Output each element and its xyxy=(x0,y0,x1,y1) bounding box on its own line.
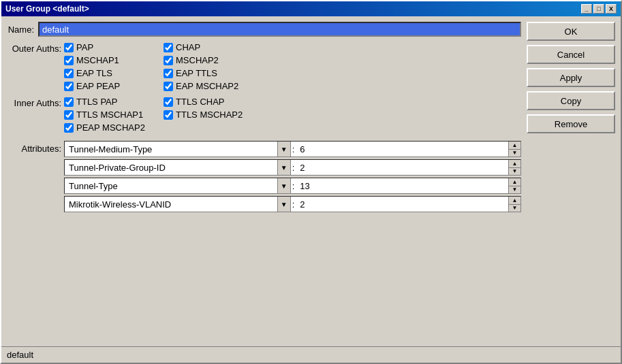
checkbox-peapmschap2-label: PEAP MSCHAP2 xyxy=(76,122,145,133)
checkbox-ttlsmschap1-label: TTLS MSCHAP1 xyxy=(76,110,143,120)
attr-row-3: ▼ : ▲ ▼ xyxy=(64,178,521,194)
checkbox-eapmschap2[interactable]: EAP MSCHAP2 xyxy=(164,81,252,91)
copy-button[interactable]: Copy xyxy=(527,91,615,110)
title-bar: User Group <default> _ □ X xyxy=(1,1,621,16)
checkbox-ttlsmschap1[interactable]: TTLS MSCHAP1 xyxy=(64,110,153,120)
checkbox-chap-label: CHAP xyxy=(176,42,200,52)
attributes-table: ▼ : ▲ ▼ ▼ : ▲ xyxy=(64,141,521,212)
checkbox-peapmschap2-input[interactable] xyxy=(64,123,74,133)
checkbox-ttlspap-label: TTLS PAP xyxy=(76,97,117,107)
outer-auths-row-1: PAP CHAP xyxy=(64,42,252,52)
main-window: User Group <default> _ □ X Name: Outer A… xyxy=(0,0,622,364)
checkbox-mschap1[interactable]: MSCHAP1 xyxy=(64,55,153,65)
checkbox-eaptls-input[interactable] xyxy=(64,69,74,78)
checkbox-pap-label: PAP xyxy=(76,42,93,52)
inner-auths-row-2: TTLS MSCHAP1 TTLS MSCHAP2 xyxy=(64,110,252,120)
checkbox-eapttls-input[interactable] xyxy=(164,69,173,78)
attr-value-1[interactable] xyxy=(296,143,508,156)
checkbox-ttlschap[interactable]: TTLS CHAP xyxy=(164,97,252,107)
remove-button[interactable]: Remove xyxy=(527,114,615,133)
attr-spin-down-4[interactable]: ▼ xyxy=(509,205,520,212)
attr-value-3[interactable] xyxy=(296,180,508,193)
name-label: Name: xyxy=(7,24,34,35)
ok-button[interactable]: OK xyxy=(527,22,615,41)
checkbox-ttlspap[interactable]: TTLS PAP xyxy=(64,97,153,107)
checkbox-eaptls-label: EAP TLS xyxy=(76,68,112,78)
attr-spin-up-2[interactable]: ▲ xyxy=(509,160,520,168)
attr-spin-2[interactable]: ▲ ▼ xyxy=(508,160,520,175)
checkbox-eapmschap2-label: EAP MSCHAP2 xyxy=(176,81,238,91)
attr-spin-3[interactable]: ▲ ▼ xyxy=(508,178,520,193)
attr-colon-1: : xyxy=(291,144,296,154)
attr-spin-up-4[interactable]: ▲ xyxy=(509,197,520,205)
name-row: Name: xyxy=(7,22,521,37)
checkbox-eapttls[interactable]: EAP TTLS xyxy=(164,68,252,78)
attr-spin-up-1[interactable]: ▲ xyxy=(509,142,520,150)
title-bar-buttons: _ □ X xyxy=(581,4,617,14)
right-buttons: OK Cancel Apply Copy Remove xyxy=(527,22,615,341)
attributes-section: Attributes: ▼ : ▲ ▼ ▼ xyxy=(7,141,521,212)
checkbox-eapmschap2-input[interactable] xyxy=(164,82,173,91)
checkbox-ttlspap-input[interactable] xyxy=(64,97,74,107)
checkbox-ttlsmschap1-input[interactable] xyxy=(64,110,74,120)
attr-dropdown-btn-1[interactable]: ▼ xyxy=(277,142,291,156)
checkbox-mschap2-input[interactable] xyxy=(164,56,173,65)
checkbox-chap[interactable]: CHAP xyxy=(164,42,252,52)
main-panel: Name: Outer Auths: PAP CHAP xyxy=(7,22,521,341)
attr-dropdown-btn-4[interactable]: ▼ xyxy=(277,197,291,212)
attr-spin-down-2[interactable]: ▼ xyxy=(509,168,520,176)
inner-auths-grid: TTLS PAP TTLS CHAP TTLS MSCHAP1 xyxy=(64,97,252,133)
attr-row-4: ▼ : ▲ ▼ xyxy=(64,196,521,212)
outer-auths-section: Outer Auths: PAP CHAP xyxy=(7,42,521,91)
cancel-button[interactable]: Cancel xyxy=(527,45,615,64)
status-text: default xyxy=(7,350,33,360)
checkbox-mschap1-label: MSCHAP1 xyxy=(76,55,119,65)
checkbox-pap-input[interactable] xyxy=(64,43,74,52)
checkbox-eaptls[interactable]: EAP TLS xyxy=(64,68,153,78)
attr-dropdown-btn-2[interactable]: ▼ xyxy=(277,160,291,175)
content-area: Name: Outer Auths: PAP CHAP xyxy=(1,16,621,346)
attr-name-2[interactable] xyxy=(65,161,277,174)
attr-spin-4[interactable]: ▲ ▼ xyxy=(508,197,520,212)
checkbox-ttlschap-input[interactable] xyxy=(164,97,173,107)
attr-spin-down-3[interactable]: ▼ xyxy=(509,186,520,194)
minimize-button[interactable]: _ xyxy=(581,4,592,14)
checkbox-peapmschap2[interactable]: PEAP MSCHAP2 xyxy=(64,122,153,133)
checkbox-eappeap[interactable]: EAP PEAP xyxy=(64,81,153,91)
attributes-label: Attributes: xyxy=(7,141,61,154)
close-button[interactable]: X xyxy=(606,4,617,14)
attr-dropdown-btn-3[interactable]: ▼ xyxy=(277,178,291,193)
checkbox-chap-input[interactable] xyxy=(164,43,173,52)
checkbox-eapttls-label: EAP TTLS xyxy=(176,68,217,78)
name-input[interactable] xyxy=(38,22,521,37)
outer-auths-row-2: MSCHAP1 MSCHAP2 xyxy=(64,55,252,65)
outer-auths-row-3: EAP TLS EAP TTLS xyxy=(64,68,252,78)
attr-name-3[interactable] xyxy=(65,180,277,193)
checkbox-ttlsmschap2[interactable]: TTLS MSCHAP2 xyxy=(164,110,252,120)
checkbox-mschap2[interactable]: MSCHAP2 xyxy=(164,55,252,65)
attr-colon-2: : xyxy=(291,163,296,173)
attr-value-2[interactable] xyxy=(296,161,508,174)
apply-button[interactable]: Apply xyxy=(527,68,615,87)
status-bar: default xyxy=(1,346,621,363)
attr-row-1: ▼ : ▲ ▼ xyxy=(64,141,521,157)
attr-colon-3: : xyxy=(291,181,296,191)
checkbox-eappeap-input[interactable] xyxy=(64,82,74,91)
checkbox-ttlsmschap2-label: TTLS MSCHAP2 xyxy=(176,110,243,120)
outer-auths-grid: PAP CHAP MSCHAP1 xyxy=(64,42,252,91)
attr-spin-1[interactable]: ▲ ▼ xyxy=(508,142,520,156)
attr-spin-up-3[interactable]: ▲ xyxy=(509,178,520,186)
inner-auths-section: Inner Auths: TTLS PAP TTLS CHAP xyxy=(7,97,521,133)
attr-value-4[interactable] xyxy=(296,198,508,211)
inner-auths-label: Inner Auths: xyxy=(7,97,61,108)
window-title: User Group <default> xyxy=(5,4,89,14)
maximize-button[interactable]: □ xyxy=(593,4,604,14)
checkbox-mschap1-input[interactable] xyxy=(64,56,74,65)
outer-auths-row-4: EAP PEAP EAP MSCHAP2 xyxy=(64,81,252,91)
attr-spin-down-1[interactable]: ▼ xyxy=(509,150,520,157)
attr-name-4[interactable] xyxy=(65,198,277,211)
inner-auths-row-1: TTLS PAP TTLS CHAP xyxy=(64,97,252,107)
checkbox-pap[interactable]: PAP xyxy=(64,42,153,52)
checkbox-ttlsmschap2-input[interactable] xyxy=(164,110,173,120)
attr-name-1[interactable] xyxy=(65,143,277,156)
